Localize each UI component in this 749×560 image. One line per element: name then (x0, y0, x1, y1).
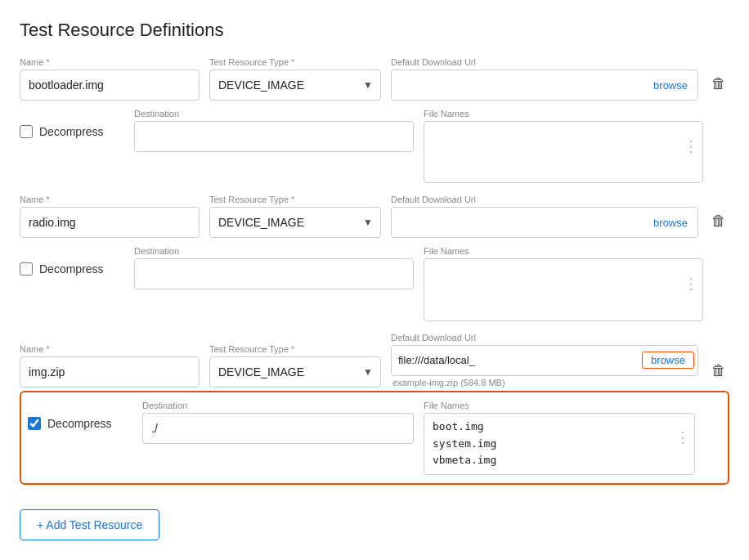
type-select-2[interactable]: DEVICE_IMAGEDEVICE_FILEOTHER (209, 356, 381, 388)
delete-button-1[interactable]: 🗑 (708, 206, 729, 236)
url-label-2: Default Download Url (391, 333, 698, 343)
url-input-row-0: browse (391, 69, 698, 101)
decompress-label-2: Decompress (47, 417, 112, 430)
destination-label-2: Destination (142, 401, 414, 410)
decompress-wrap-0: Decompress (20, 109, 134, 138)
url-input-row-1: browse (391, 207, 698, 238)
filenames-wrap-2: File Names boot.img system.img vbmeta.im… (424, 401, 695, 475)
delete-button-0[interactable]: 🗑 (708, 69, 729, 99)
type-select-1[interactable]: DEVICE_IMAGEDEVICE_FILEOTHER (209, 207, 381, 238)
resource-section-1: Name * Test Resource Type * DEVICE_IMAGE… (20, 195, 729, 324)
resource-section-2: Name * Test Resource Type * DEVICE_IMAGE… (20, 333, 729, 485)
url-label-0: Default Download Url (391, 57, 698, 67)
name-group-0: Name * (20, 57, 200, 101)
filenames-label-2: File Names (424, 401, 695, 410)
name-label-1: Name * (20, 195, 200, 204)
url-input-2[interactable] (392, 349, 642, 371)
browse-button-2[interactable]: browse (642, 352, 694, 369)
delete-icon-2: 🗑 (711, 362, 726, 379)
filenames-textarea-1[interactable] (424, 258, 703, 320)
name-label-0: Name * (20, 57, 200, 67)
url-input-row-2: browse (391, 345, 698, 376)
add-resource-label: + Add Test Resource (37, 518, 142, 531)
decompress-row-2: Decompress Destination File Names boot.i… (20, 391, 729, 485)
type-select-wrap-2: DEVICE_IMAGEDEVICE_FILEOTHER ▼ (209, 356, 381, 388)
decompress-checkbox-2[interactable] (28, 417, 41, 430)
browse-button-1[interactable]: browse (644, 217, 697, 229)
destination-input-0[interactable] (134, 121, 414, 152)
filenames-textarea-2[interactable]: boot.img system.img vbmeta.img (424, 413, 695, 475)
type-group-1: Test Resource Type * DEVICE_IMAGEDEVICE_… (209, 195, 381, 238)
type-group-0: Test Resource Type * DEVICE_IMAGEDEVICE_… (209, 57, 381, 101)
url-input-0[interactable] (392, 74, 644, 96)
delete-icon-0: 🗑 (711, 75, 726, 92)
delete-icon-1: 🗑 (711, 213, 726, 229)
delete-button-2[interactable]: 🗑 (708, 356, 729, 386)
filenames-wrap-0: File Names ⋮ (424, 109, 703, 183)
name-input-1[interactable] (20, 207, 200, 238)
url-hint-2: example-img.zip (584.8 MB) (391, 378, 698, 388)
destination-label-1: Destination (134, 246, 414, 256)
type-label-1: Test Resource Type * (209, 195, 381, 204)
resource-row-1: Name * Test Resource Type * DEVICE_IMAGE… (20, 195, 729, 238)
destination-input-1[interactable] (134, 258, 414, 289)
type-select-wrap-0: DEVICE_IMAGEDEVICE_FILEOTHER ▼ (209, 69, 381, 101)
name-group-1: Name * (20, 195, 200, 238)
resource-row-0: Name * Test Resource Type * DEVICE_IMAGE… (20, 57, 729, 101)
type-group-2: Test Resource Type * DEVICE_IMAGEDEVICE_… (209, 344, 381, 388)
destination-input-2[interactable] (142, 413, 414, 444)
decompress-row-0: Decompress Destination File Names ⋮ (20, 105, 729, 186)
destination-wrap-1: Destination (134, 246, 414, 289)
destination-wrap-0: Destination (134, 109, 414, 152)
name-input-2[interactable] (20, 356, 200, 388)
browse-button-0[interactable]: browse (644, 79, 697, 92)
url-label-1: Default Download Url (391, 195, 698, 204)
destination-wrap-2: Destination (142, 401, 414, 444)
decompress-wrap-2: Decompress (28, 401, 142, 430)
decompress-row-1: Decompress Destination File Names ⋮ (20, 243, 729, 324)
type-select-wrap-1: DEVICE_IMAGEDEVICE_FILEOTHER ▼ (209, 207, 381, 238)
decompress-wrap-1: Decompress (20, 246, 134, 276)
url-input-1[interactable] (392, 212, 644, 234)
decompress-checkbox-1[interactable] (20, 262, 33, 276)
name-group-2: Name * (20, 344, 200, 388)
name-input-0[interactable] (20, 69, 200, 101)
filenames-wrap-1: File Names ⋮ (424, 246, 703, 320)
decompress-label-1: Decompress (39, 262, 104, 276)
type-label-0: Test Resource Type * (209, 57, 381, 67)
resource-section-0: Name * Test Resource Type * DEVICE_IMAGE… (20, 57, 729, 186)
filenames-label-0: File Names (424, 109, 703, 119)
url-group-0: Default Download Url browse (391, 57, 698, 101)
decompress-checkbox-0[interactable] (20, 125, 33, 138)
decompress-label-0: Decompress (39, 125, 104, 138)
resources-container: Name * Test Resource Type * DEVICE_IMAGE… (20, 57, 729, 485)
url-group-1: Default Download Url browse (391, 195, 698, 238)
resource-row-2: Name * Test Resource Type * DEVICE_IMAGE… (20, 333, 729, 388)
filenames-label-1: File Names (424, 246, 703, 256)
type-label-2: Test Resource Type * (209, 344, 381, 354)
name-label-2: Name * (20, 344, 200, 354)
filenames-textarea-0[interactable] (424, 121, 703, 183)
destination-label-0: Destination (134, 109, 414, 119)
page-title: Test Resource Definitions (20, 20, 729, 41)
add-resource-button[interactable]: + Add Test Resource (20, 509, 159, 540)
url-group-2: Default Download Url browse example-img.… (391, 333, 698, 388)
type-select-0[interactable]: DEVICE_IMAGEDEVICE_FILEOTHER (209, 69, 381, 101)
